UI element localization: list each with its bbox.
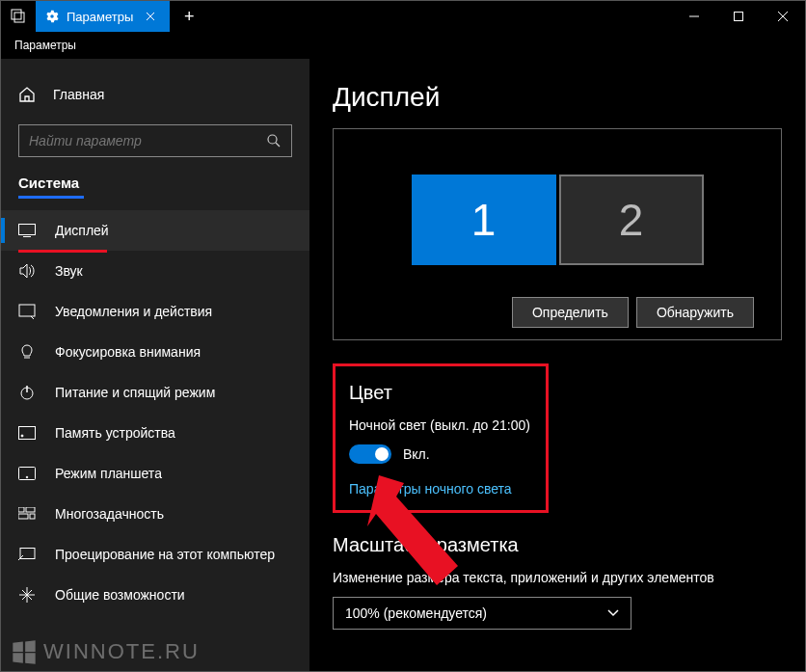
sidebar-item-multitasking[interactable]: Многозадачность (1, 494, 309, 534)
chevron-down-icon (607, 609, 619, 617)
sidebar-item-tablet[interactable]: Режим планшета (1, 453, 309, 494)
svg-point-10 (26, 476, 28, 478)
titlebar: Параметры + (1, 1, 805, 32)
window-controls (672, 1, 805, 32)
scale-heading: Масштаб и разметка (333, 534, 782, 556)
scale-label: Изменение размера текста, приложений и д… (333, 570, 782, 585)
color-heading: Цвет (349, 382, 532, 404)
scale-dropdown[interactable]: 100% (рекомендуется) (333, 597, 631, 630)
scale-value: 100% (рекомендуется) (345, 605, 487, 621)
sound-icon (18, 262, 36, 280)
sidebar-item-label: Фокусировка внимания (55, 344, 201, 360)
power-icon (18, 384, 36, 401)
search-box[interactable] (18, 124, 292, 157)
home-nav[interactable]: Главная (1, 76, 309, 113)
night-light-settings-link[interactable]: Параметры ночного света (349, 481, 532, 497)
new-tab-button[interactable]: + (170, 1, 208, 32)
svg-rect-0 (12, 10, 21, 19)
svg-rect-1 (14, 13, 24, 22)
sidebar-item-shared[interactable]: Общие возможности (1, 575, 309, 615)
toggle-thumb (375, 447, 389, 461)
sidebar-item-label: Режим планшета (55, 466, 162, 481)
gear-icon (45, 10, 59, 23)
display-buttons: Определить Обнаружить (361, 297, 754, 328)
sidebar-item-focus[interactable]: Фокусировка внимания (1, 332, 309, 372)
tab-groups-icon[interactable] (1, 1, 36, 32)
svg-rect-14 (30, 514, 35, 519)
search-input[interactable] (29, 133, 266, 148)
focus-icon (18, 343, 36, 361)
app-name: Параметры (14, 39, 76, 52)
app-header: Параметры (1, 32, 805, 59)
sidebar: Главная Система Дисплей Звук Уведомления… (1, 59, 309, 672)
night-light-toggle-row: Вкл. (349, 444, 532, 464)
sidebar-section-system: Система (1, 175, 309, 197)
toggle-state-label: Вкл. (403, 446, 430, 462)
storage-icon (18, 424, 36, 442)
windows-logo-icon (11, 638, 38, 665)
watermark: WINNOTE.RU (11, 638, 200, 665)
night-light-toggle[interactable] (349, 444, 391, 464)
sidebar-item-storage[interactable]: Память устройства (1, 413, 309, 453)
tablet-icon (18, 465, 36, 482)
detect-button[interactable]: Обнаружить (636, 297, 754, 328)
tab-close-icon[interactable] (141, 7, 160, 26)
tab-title: Параметры (67, 10, 133, 24)
annotation-blue-underline (18, 196, 84, 199)
svg-rect-13 (18, 514, 28, 519)
home-label: Главная (53, 87, 104, 102)
svg-rect-12 (26, 507, 35, 512)
svg-point-3 (268, 135, 277, 144)
sidebar-item-label: Общие возможности (55, 587, 185, 603)
identify-button[interactable]: Определить (512, 297, 629, 328)
monitor-1[interactable]: 1 (412, 175, 556, 265)
svg-rect-11 (18, 507, 24, 512)
sidebar-item-label: Многозадачность (55, 506, 164, 522)
svg-rect-4 (19, 225, 36, 235)
sidebar-item-power[interactable]: Питание и спящий режим (1, 372, 309, 413)
annotation-red-box: Цвет Ночной свет (выкл. до 21:00) Вкл. П… (333, 363, 549, 513)
shared-icon (18, 586, 36, 604)
close-button[interactable] (761, 1, 805, 32)
page-title: Дисплей (333, 82, 782, 113)
sidebar-item-label: Проецирование на этот компьютер (55, 547, 275, 562)
svg-rect-15 (20, 549, 35, 559)
content-pane: Дисплей 1 2 Определить Обнаружить Цвет Н… (309, 59, 805, 672)
active-tab[interactable]: Параметры (36, 1, 170, 32)
svg-point-8 (21, 435, 23, 437)
svg-rect-7 (19, 427, 36, 440)
sidebar-item-label: Дисплей (55, 223, 109, 238)
svg-rect-5 (19, 305, 35, 316)
sidebar-item-label: Звук (55, 263, 83, 279)
svg-rect-2 (735, 13, 743, 21)
projecting-icon (18, 546, 36, 563)
notifications-icon (18, 303, 36, 320)
multitasking-icon (18, 505, 36, 523)
sidebar-item-display[interactable]: Дисплей (1, 210, 309, 251)
night-light-label: Ночной свет (выкл. до 21:00) (349, 417, 532, 433)
sidebar-item-label: Питание и спящий режим (55, 385, 215, 400)
maximize-button[interactable] (716, 1, 761, 32)
monitor-2[interactable]: 2 (559, 175, 704, 265)
sidebar-item-notifications[interactable]: Уведомления и действия (1, 291, 309, 332)
minimize-button[interactable] (672, 1, 716, 32)
display-arrangement-box: 1 2 Определить Обнаружить (333, 128, 782, 340)
search-icon (266, 133, 282, 148)
sidebar-item-sound[interactable]: Звук (1, 251, 309, 291)
titlebar-left: Параметры + (1, 1, 208, 32)
sidebar-item-label: Уведомления и действия (55, 304, 212, 319)
sidebar-item-label: Память устройства (55, 425, 175, 441)
sidebar-item-projecting[interactable]: Проецирование на этот компьютер (1, 534, 309, 575)
monitors-area: 1 2 (361, 156, 754, 283)
home-icon (18, 86, 36, 103)
display-icon (18, 222, 36, 239)
